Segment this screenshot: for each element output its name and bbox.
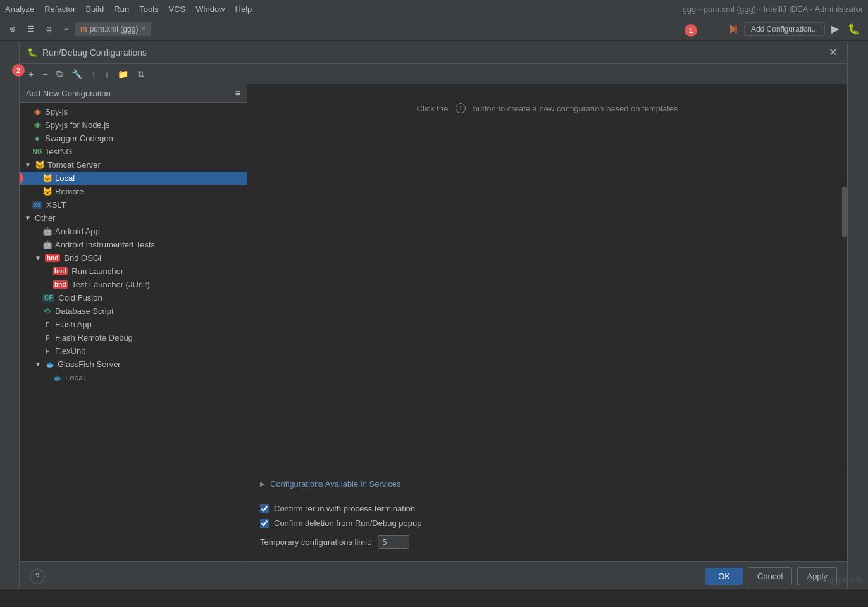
ok-button[interactable]: OK	[705, 568, 743, 585]
tree-item-swagger[interactable]: ● Swagger Codegen	[20, 132, 247, 145]
toolbar-settings-btn[interactable]: ⚙	[41, 22, 57, 36]
sort-tool-btn[interactable]: ⇅	[133, 67, 149, 81]
tomcat-local-icon: 🐱	[42, 173, 53, 183]
test-launcher-icon: bnd	[53, 280, 68, 289]
tree-item-testng[interactable]: NG TestNG	[20, 145, 247, 158]
testng-icon: NG	[32, 148, 42, 155]
add-config-tool-btn[interactable]: +	[25, 67, 37, 81]
menu-vcs[interactable]: VCS	[169, 4, 186, 14]
config-limit-row: Temporary configurations limit:	[260, 530, 834, 554]
hint-plus-icon: +	[456, 103, 466, 113]
menu-analyze[interactable]: Analyze	[5, 4, 34, 14]
remove-config-tool-btn[interactable]: −	[39, 67, 51, 81]
maven-icon: m	[80, 25, 87, 34]
checkbox-deletion[interactable]	[260, 519, 269, 528]
menu-help[interactable]: Help	[235, 4, 252, 14]
debug-button[interactable]: 🐛	[845, 22, 863, 36]
filter-button[interactable]: ≡	[235, 88, 240, 98]
bottom-bar	[0, 589, 868, 607]
swagger-icon: ●	[32, 134, 42, 143]
xslt-label: XSLT	[46, 200, 66, 210]
move-up-tool-btn[interactable]: ↑	[87, 67, 99, 81]
right-panel-content: Click the + button to create a new confi…	[247, 84, 847, 466]
tree-item-glassfish[interactable]: ▼ 🐟 GlassFish Server	[20, 358, 247, 371]
checkbox-deletion-row: Confirm deletion from Run/Debug popup	[260, 516, 834, 530]
dialog-icon: 🐛	[27, 47, 37, 57]
tomcat-remote-label: Remote	[55, 187, 84, 196]
tree-item-glassfish-local[interactable]: 🐟 Local	[20, 371, 247, 384]
folder-tool-btn[interactable]: 📁	[114, 67, 132, 81]
cold-fusion-label: Cold Fusion	[58, 293, 102, 303]
tree-item-tomcat-server[interactable]: ▼ 🐱 Tomcat Server	[20, 158, 247, 172]
glassfish-label: GlassFish Server	[58, 360, 121, 369]
android-instr-label: Android Instrumented Tests	[55, 240, 155, 249]
tree-item-flash-remote[interactable]: F Flash Remote Debug	[20, 331, 247, 344]
help-button[interactable]: ?	[30, 569, 45, 584]
menu-bar: Analyze Refactor Build Run Tools VCS Win…	[0, 0, 868, 18]
services-row[interactable]: ▶ Configurations Available in Services	[260, 474, 834, 494]
dialog-close-button[interactable]: ✕	[826, 46, 840, 58]
tree-item-database-script[interactable]: ⚙ Database Script	[20, 304, 247, 318]
annotation-badge-2: 2	[12, 64, 25, 77]
tree-item-xslt[interactable]: XS XSLT	[20, 198, 247, 211]
toolbar-add-btn[interactable]: ⊕	[5, 22, 20, 36]
tomcat-server-label: Tomcat Server	[47, 160, 101, 170]
copy-config-tool-btn[interactable]: ⧉	[53, 66, 66, 81]
tree-item-bnd-osgi[interactable]: ▼ bnd Bnd OSGi	[20, 251, 247, 265]
tab-close-icon[interactable]: ✕	[140, 25, 146, 33]
menu-run[interactable]: Run	[114, 4, 129, 14]
tree-item-android-instrumented[interactable]: 🤖 Android Instrumented Tests	[20, 238, 247, 251]
menu-window[interactable]: Window	[195, 4, 225, 14]
pom-xml-tab[interactable]: m pom.xml (ggg) ✕	[75, 22, 151, 36]
database-script-label: Database Script	[55, 306, 114, 316]
tree-item-android-app[interactable]: 🤖 Android App	[20, 225, 247, 238]
tree-item-flash-app[interactable]: F Flash App	[20, 318, 247, 331]
checkbox-deletion-label: Confirm deletion from Run/Debug popup	[274, 518, 421, 528]
tree-item-spy-js-node[interactable]: 🕷 Spy-js for Node.js	[20, 118, 247, 132]
edit-config-tool-btn[interactable]: 🔧	[68, 67, 86, 81]
watermark: CSDN @无名小钱	[807, 575, 863, 585]
bottom-section: ▶ Configurations Available in Services C…	[247, 466, 847, 561]
menu-tools[interactable]: Tools	[139, 4, 158, 14]
toolbar-minus-btn[interactable]: −	[59, 22, 73, 36]
run-button[interactable]: ▶	[829, 22, 841, 36]
tree-item-run-launcher[interactable]: bnd Run Launcher	[20, 265, 247, 278]
services-label: Configurations Available in Services	[270, 479, 400, 489]
tomcat-expand-arrow: ▼	[25, 161, 32, 168]
checkbox-rerun-row: Confirm rerun with process termination	[260, 501, 834, 516]
hint-click-text: Click the	[417, 104, 449, 113]
tree-item-spy-js[interactable]: 🕷 Spy-js	[20, 105, 247, 118]
other-expand-arrow: ▼	[25, 215, 32, 222]
checkbox-rerun[interactable]	[260, 504, 269, 513]
toolbar: ⊕ ☰ ⚙ − m pom.xml (ggg) ✕ 1 Add Configur…	[0, 18, 868, 41]
move-down-tool-btn[interactable]: ↓	[101, 67, 113, 81]
flexunit-label: FlexUnit	[55, 346, 85, 356]
tree-item-other[interactable]: ▼ Other	[20, 211, 247, 225]
menu-build[interactable]: Build	[85, 4, 104, 14]
android-app-icon: 🤖	[42, 227, 53, 236]
database-script-icon: ⚙	[42, 306, 53, 316]
glassfish-local-icon: 🐟	[53, 373, 63, 382]
dialog-title: Run/Debug Configurations	[42, 47, 826, 58]
flash-remote-label: Flash Remote Debug	[55, 333, 133, 342]
tomcat-remote-icon: 🐱	[42, 187, 53, 196]
tree-item-cold-fusion[interactable]: CF Cold Fusion	[20, 291, 247, 304]
cold-fusion-icon: CF	[42, 294, 54, 302]
toolbar-list-btn[interactable]: ☰	[23, 22, 39, 36]
tree-item-test-launcher[interactable]: bnd Test Launcher (JUnit)	[20, 278, 247, 291]
other-label: Other	[35, 213, 56, 223]
dialog-toolbar: + − ⧉ 🔧 ↑ ↓ 📁 ⇅	[20, 64, 847, 84]
android-instr-icon: 🤖	[42, 240, 53, 249]
tree-item-tomcat-remote[interactable]: 🐱 Remote	[20, 185, 247, 198]
tree-item-flexunit[interactable]: F FlexUnit	[20, 344, 247, 358]
add-configuration-button[interactable]: Add Configuration...	[744, 22, 825, 36]
cancel-button[interactable]: Cancel	[748, 567, 792, 585]
bnd-icon: bnd	[45, 254, 60, 262]
tomcat-local-label: Local	[55, 173, 75, 183]
tree-item-tomcat-local[interactable]: 🐱 Local	[20, 172, 247, 185]
menu-refactor[interactable]: Refactor	[44, 4, 75, 14]
left-panel-header: Add New Configuration ≡	[20, 84, 247, 103]
bnd-label: Bnd OSGi	[64, 253, 101, 263]
tree-container[interactable]: 🕷 Spy-js 🕷 Spy-js for Node.js ● Swagger …	[20, 103, 247, 561]
config-limit-input[interactable]	[378, 535, 409, 549]
